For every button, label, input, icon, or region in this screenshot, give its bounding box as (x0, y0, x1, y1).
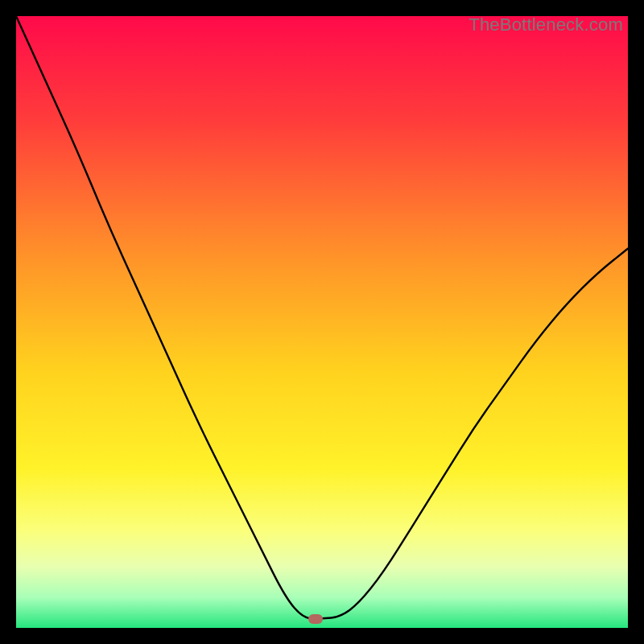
bottleneck-curve (16, 16, 628, 628)
chart-frame: TheBottleneck.com (0, 0, 644, 644)
curve-path (16, 16, 628, 619)
plot-area: TheBottleneck.com (16, 16, 628, 628)
optimum-marker (308, 614, 323, 624)
